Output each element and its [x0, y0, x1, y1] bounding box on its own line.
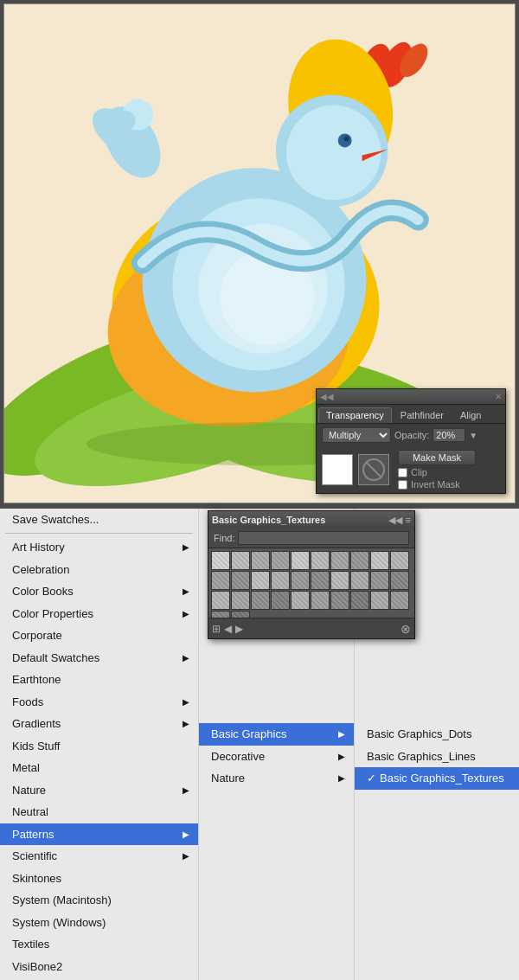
swatch-cell[interactable] [330, 571, 349, 590]
swatch-cell[interactable] [370, 571, 389, 590]
swatch-cell[interactable] [350, 551, 369, 570]
menu-item-color-properties[interactable]: Color Properties▶ [0, 603, 198, 625]
swatch-cell[interactable] [311, 571, 330, 590]
menu-item-scientific[interactable]: Scientific▶ [0, 845, 198, 868]
svg-point-14 [115, 111, 136, 131]
swatch-delete-icon[interactable]: ⊗ [400, 622, 411, 636]
submenu-item-decorative[interactable]: Decorative▶ [199, 746, 354, 768]
swatch-cell[interactable] [370, 551, 389, 570]
menu-item-textiles[interactable]: Textiles [0, 933, 198, 956]
tab-align[interactable]: Align [452, 407, 489, 423]
menu-separator-1 [5, 533, 193, 534]
transparency-titlebar: ◀◀ ✕ [317, 389, 505, 405]
checkmark-icon: ✓ [367, 772, 376, 785]
swatch-cell[interactable] [350, 591, 369, 610]
blend-mode-select[interactable]: Multiply Normal Screen [322, 427, 391, 443]
menu-item-default-swatches[interactable]: Default Swatches▶ [0, 647, 198, 669]
make-mask-button[interactable]: Make Mask [398, 450, 476, 465]
menu-item-skintones[interactable]: Skintones [0, 868, 198, 890]
submenu-item-nature[interactable]: Nature▶ [199, 767, 354, 790]
right-item-bg-lines[interactable]: Basic Graphics_Lines [355, 746, 519, 768]
invert-mask-label: Invert Mask [411, 479, 460, 490]
swatch-cell[interactable] [251, 571, 270, 590]
swatch-forward-icon[interactable]: ▶ [235, 623, 243, 635]
swatch-menu-icon[interactable]: ≡ [406, 515, 411, 526]
swatch-cell[interactable] [251, 591, 270, 610]
swatch-panel: Basic Graphics_Textures ◀◀ ≡ Find: ⊞ ◀ ▶… [208, 510, 415, 639]
canvas-area: ◀◀ ✕ Transparency Pathfinder Align Multi… [3, 3, 516, 503]
clip-checkbox-row: Clip [398, 467, 476, 477]
save-swatches-item[interactable]: Save Swatches... [0, 509, 198, 530]
bg-textures-label: Basic Graphics_Textures [380, 772, 504, 785]
invert-mask-checkbox[interactable] [398, 480, 407, 490]
menu-item-art-history[interactable]: Art History▶ [0, 536, 198, 559]
swatch-cell[interactable] [211, 571, 230, 590]
swatch-cell[interactable] [311, 591, 330, 610]
swatch-cell[interactable] [390, 591, 409, 610]
swatch-cell[interactable] [271, 591, 290, 610]
swatch-cell[interactable] [350, 571, 369, 590]
right-item-bg-dots[interactable]: Basic Graphics_Dots [355, 723, 519, 746]
swatch-cell[interactable] [211, 611, 230, 618]
no-mask-icon [358, 454, 389, 485]
swatch-cell[interactable] [271, 571, 290, 590]
swatch-back-icon[interactable]: ◀ [224, 623, 232, 635]
close-icon[interactable]: ✕ [495, 392, 502, 401]
swatch-collapse-icon[interactable]: ◀◀ [388, 515, 402, 526]
bg-dots-label: Basic Graphics_Dots [367, 727, 471, 740]
left-menu: Save Swatches... Art History▶ Celebratio… [0, 509, 199, 980]
swatch-cell[interactable] [291, 571, 310, 590]
swatch-cell[interactable] [390, 571, 409, 590]
svg-point-22 [344, 136, 349, 141]
menu-item-earthtone[interactable]: Earthtone [0, 669, 198, 691]
transparency-bottom: Make Mask Clip Invert Mask [317, 446, 505, 493]
tab-transparency[interactable]: Transparency [318, 407, 392, 423]
swatch-cell[interactable] [291, 551, 310, 570]
swatch-cell[interactable] [330, 551, 349, 570]
tab-pathfinder[interactable]: Pathfinder [393, 407, 452, 423]
swatch-cell[interactable] [390, 551, 409, 570]
menu-item-gradients[interactable]: Gradients▶ [0, 713, 198, 735]
menu-item-patterns[interactable]: Patterns▶ [0, 823, 198, 846]
swatch-cell[interactable] [231, 551, 250, 570]
right-item-bg-textures[interactable]: ✓Basic Graphics_Textures [355, 767, 519, 790]
svg-point-20 [286, 106, 381, 201]
menu-item-system-mac[interactable]: System (Macintosh) [0, 889, 198, 912]
menu-item-system-windows[interactable]: System (Windows) [0, 912, 198, 934]
menu-item-color-books[interactable]: Color Books▶ [0, 580, 198, 603]
clip-checkbox[interactable] [398, 468, 407, 477]
swatch-cell[interactable] [231, 591, 250, 610]
submenu-item-basic-graphics[interactable]: Basic Graphics▶ [199, 723, 354, 746]
swatch-cell[interactable] [311, 551, 330, 570]
swatch-cell[interactable] [251, 551, 270, 570]
opacity-arrow[interactable]: ▼ [469, 431, 477, 440]
swatch-cell[interactable] [211, 591, 230, 610]
swatch-cell[interactable] [330, 591, 349, 610]
menu-item-foods[interactable]: Foods▶ [0, 691, 198, 714]
transparency-panel: ◀◀ ✕ Transparency Pathfinder Align Multi… [316, 388, 506, 494]
find-label: Find: [214, 533, 234, 543]
swatch-cell[interactable] [271, 551, 290, 570]
menu-item-corporate[interactable]: Corporate [0, 625, 198, 647]
swatch-find-bar: Find: [208, 528, 414, 548]
menu-item-visibone2[interactable]: VisiBone2 [0, 956, 198, 978]
swatch-cell[interactable] [231, 611, 250, 618]
transparency-buttons: Make Mask Clip Invert Mask [398, 450, 476, 490]
menu-item-neutral[interactable]: Neutral [0, 801, 198, 823]
swatch-library-icon[interactable]: ⊞ [212, 623, 221, 635]
collapse-arrows[interactable]: ◀◀ [320, 392, 334, 401]
menu-item-celebration[interactable]: Celebration [0, 559, 198, 581]
swatch-cell[interactable] [291, 591, 310, 610]
swatch-panel-titlebar: Basic Graphics_Textures ◀◀ ≡ [208, 511, 414, 528]
swatch-cell[interactable] [231, 571, 250, 590]
swatch-grid [208, 548, 414, 618]
menu-item-metal[interactable]: Metal [0, 757, 198, 779]
opacity-label: Opacity: [394, 430, 429, 440]
menu-item-kids-stuff[interactable]: Kids Stuff [0, 735, 198, 758]
menu-item-nature[interactable]: Nature▶ [0, 779, 198, 802]
clip-label: Clip [411, 467, 427, 477]
find-input[interactable] [238, 531, 409, 545]
opacity-input[interactable] [432, 428, 465, 442]
swatch-cell[interactable] [211, 551, 230, 570]
swatch-cell[interactable] [370, 591, 389, 610]
